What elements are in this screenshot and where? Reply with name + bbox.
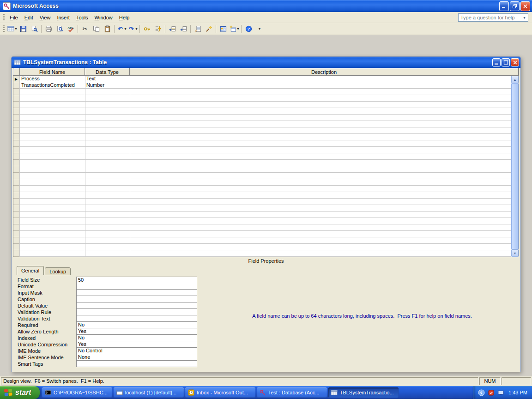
grid-vertical-scrollbar[interactable]: ▲ ▼ (511, 76, 519, 257)
doc-title: TBLSystemTransactions : Table (23, 59, 491, 66)
menu-view[interactable]: View (36, 13, 54, 22)
property-value-input[interactable] (76, 309, 197, 315)
status-num-indicator: NUM (479, 377, 501, 385)
menu-file[interactable]: File (6, 13, 21, 22)
field-help-area: A field name can be up to 64 characters … (212, 265, 513, 367)
hide-icons-chevron-icon[interactable] (478, 389, 485, 396)
property-value-input[interactable]: No (76, 335, 197, 341)
start-button[interactable]: start (0, 386, 40, 399)
menu-help[interactable]: Help (116, 13, 133, 22)
property-value-input[interactable] (76, 302, 197, 309)
grid-header: Field Name Data Type Description (13, 68, 519, 76)
property-value-input[interactable] (76, 283, 197, 290)
help-icon: ? (245, 25, 252, 33)
file-search-button[interactable] (29, 24, 39, 34)
build-button[interactable] (204, 24, 214, 34)
undo-button[interactable]: ↶▾ (116, 24, 127, 34)
scrollbar-thumb[interactable] (511, 83, 519, 249)
data-type-cell[interactable]: Number (85, 82, 130, 88)
minimize-button[interactable] (499, 1, 509, 11)
tray-status-icon-1[interactable] (487, 389, 495, 396)
property-value-input[interactable]: 50 (76, 277, 197, 284)
data-type-cell[interactable]: Text (85, 76, 130, 82)
paste-button[interactable] (102, 24, 112, 34)
insert-rows-button[interactable] (167, 24, 177, 34)
system-tray: 1:43 PM (473, 386, 532, 399)
indexes-button[interactable] (153, 24, 163, 34)
menu-insert[interactable]: Insert (54, 13, 73, 22)
property-row: IndexedNo (17, 335, 198, 341)
delete-rows-button[interactable] (178, 24, 188, 34)
field-name-cell[interactable]: Process (20, 76, 85, 82)
indexes-icon (154, 25, 162, 33)
insert-rows-icon (169, 25, 176, 33)
property-value-input[interactable] (76, 290, 197, 296)
toolbar-grip[interactable] (3, 14, 5, 21)
taskbar-clock[interactable]: 1:43 PM (508, 390, 527, 395)
primary-key-button[interactable] (142, 24, 152, 34)
doc-close-button[interactable] (511, 58, 519, 66)
toolbar-options-button[interactable]: ▾ (254, 24, 265, 34)
row-selector-column[interactable] (13, 76, 20, 257)
scroll-up-icon[interactable]: ▲ (511, 76, 519, 83)
cut-button[interactable]: ✂ (80, 24, 90, 34)
question-dropdown-icon[interactable]: ▾ (521, 16, 528, 20)
property-value-input[interactable] (76, 315, 197, 322)
property-value-input[interactable]: No (76, 322, 197, 328)
redo-button[interactable]: ↷▾ (127, 24, 138, 34)
field-help-text: A field name can be up to 64 characters … (252, 313, 472, 319)
new-object-button[interactable]: ▾ (229, 24, 239, 34)
taskbar-button[interactable]: Test : Database (Acc... (257, 387, 327, 398)
table-design-window: TBLSystemTransactions : Table Field Name… (11, 56, 521, 372)
database-window-button[interactable] (218, 24, 228, 34)
property-value-input[interactable]: None (76, 354, 197, 361)
copy-button[interactable] (91, 24, 101, 34)
help-question-box[interactable]: Type a question for help ▾ (458, 13, 528, 22)
toolbar-grip[interactable] (3, 25, 5, 33)
task-label: localhost (1) [default]... (125, 390, 176, 395)
field-name-cell[interactable]: TransactionsCompleted (20, 82, 85, 88)
dropdown-arrow-icon: ▾ (135, 27, 137, 31)
taskbar-button[interactable]: localhost (1) [default]... (114, 387, 184, 398)
doc-minimize-button[interactable] (492, 58, 501, 66)
desktop: Microsoft Access FileEditViewInsertTools… (0, 0, 532, 399)
doc-maximize-button[interactable] (502, 58, 510, 66)
tray-status-icon-2[interactable] (497, 389, 504, 396)
menu-window[interactable]: Window (91, 13, 116, 22)
row-selector-header (13, 68, 20, 76)
status-message: Design view. F6 = Switch panes. F1 = Hel… (1, 377, 478, 385)
print-preview-button[interactable] (54, 24, 65, 34)
restore-button[interactable] (510, 1, 520, 11)
save-button[interactable] (18, 24, 28, 34)
copy-icon (92, 25, 100, 33)
doc-titlebar[interactable]: TBLSystemTransactions : Table (12, 57, 520, 68)
spelling-button[interactable]: ABC (66, 24, 76, 34)
description-cell[interactable] (130, 76, 511, 82)
close-button[interactable] (520, 1, 530, 11)
property-row: Smart Tags (17, 361, 198, 367)
property-value-input[interactable]: No Control (76, 348, 197, 354)
menu-tools[interactable]: Tools (73, 13, 91, 22)
description-cell[interactable] (130, 82, 511, 88)
tab-general[interactable]: General (17, 266, 44, 275)
taskbar-button[interactable]: TBLSystemTransactio... (328, 387, 399, 398)
field-properties-label: Field Properties (13, 257, 519, 265)
grid-body[interactable]: ProcessTextTransactionsCompletedNumber▶ (13, 76, 511, 257)
property-value-input[interactable]: Yes (76, 341, 197, 348)
taskbar-button[interactable]: Inbox - Microsoft Out... (185, 387, 255, 398)
taskbar-button[interactable]: C:\PROGRA~1\SSHC... (42, 387, 112, 398)
property-value-input[interactable] (76, 361, 197, 367)
paste-icon (103, 25, 111, 33)
print-button[interactable] (43, 24, 54, 34)
property-value-input[interactable]: Yes (76, 328, 197, 335)
menu-edit[interactable]: Edit (21, 13, 36, 22)
help-button[interactable]: ? (243, 24, 254, 34)
property-label: Input Mask (17, 290, 76, 296)
column-divider (130, 76, 130, 257)
properties-button[interactable] (193, 24, 203, 34)
table-view-button[interactable]: ▾ (7, 24, 17, 34)
scroll-down-icon[interactable]: ▼ (511, 249, 519, 257)
property-row: Validation Rule (17, 309, 198, 315)
property-value-input[interactable] (76, 296, 197, 302)
tab-lookup[interactable]: Lookup (45, 267, 71, 275)
